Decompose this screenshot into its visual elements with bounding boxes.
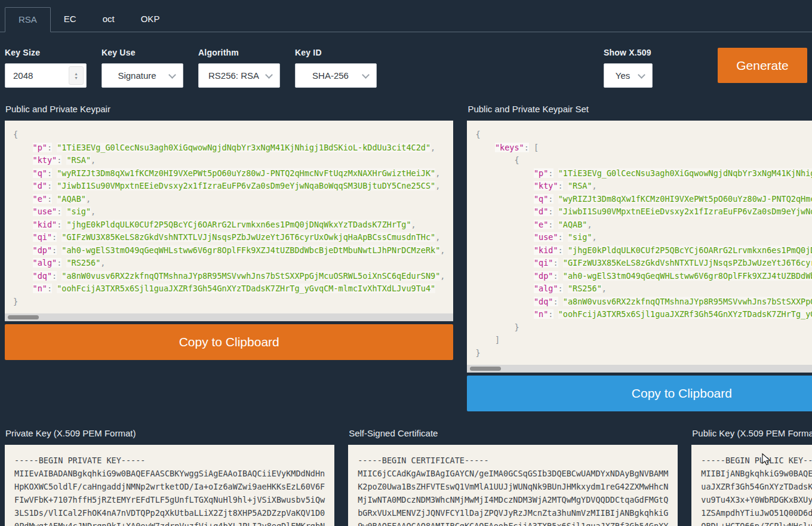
scrollbar-thumb[interactable]	[8, 315, 39, 319]
certificate-text: -----BEGIN CERTIFICATE----- MIIC6jCCAdKg…	[348, 445, 678, 526]
algorithm-label: Algorithm	[198, 48, 280, 57]
keypair-code-panel[interactable]: { "p": "1TiE3EVg_G0lCecNsu3agh0XiGqwowNg…	[5, 121, 453, 321]
private-pem-column: Private Key (X.509 PEM Format) -----BEGI…	[5, 428, 334, 526]
generate-button[interactable]: Generate	[718, 48, 807, 83]
pem-panels-row: Private Key (X.509 PEM Format) -----BEGI…	[0, 428, 812, 526]
certificate-panel[interactable]: -----BEGIN CERTIFICATE----- MIIC6jCCAdKg…	[348, 445, 678, 526]
key-id-label: Key ID	[295, 48, 377, 57]
scrollbar-thumb[interactable]	[470, 367, 501, 371]
key-size-field-group: Key Size 2048 ▴▾	[5, 48, 87, 88]
algorithm-select[interactable]: RS256: RSA	[198, 63, 280, 88]
key-use-value: Signature	[118, 70, 156, 81]
chevron-down-icon	[638, 71, 645, 79]
key-use-field-group: Key Use Signature	[102, 48, 183, 88]
tab-ec[interactable]: EC	[51, 7, 90, 32]
key-id-select[interactable]: SHA-256	[295, 63, 377, 88]
key-size-input[interactable]: 2048 ▴▾	[5, 63, 87, 88]
key-id-value: SHA-256	[312, 70, 349, 81]
show-x509-label: Show X.509	[604, 48, 655, 57]
private-pem-text: -----BEGIN PRIVATE KEY----- MIIEvAIBADAN…	[5, 445, 334, 526]
key-size-stepper[interactable]: ▴▾	[69, 66, 84, 85]
keypair-column: Public and Private Keypair { "p": "1TiE3…	[5, 104, 453, 411]
keypair-set-code-panel[interactable]: { "keys": [ { "p": "1TiE3EVg_G0lCecNsu3a…	[467, 121, 812, 373]
keypair-set-json: { "keys": [ { "p": "1TiE3EVg_G0lCecNsu3a…	[467, 121, 812, 365]
show-x509-field-group: Show X.509 Yes	[604, 48, 655, 88]
show-x509-select[interactable]: Yes	[604, 63, 653, 88]
jwk-generator-page: { "tabs": [ { "label": "RSA", "active": …	[0, 0, 812, 526]
key-size-label: Key Size	[5, 48, 87, 57]
keypair-title: Public and Private Keypair	[5, 104, 453, 114]
private-pem-title: Private Key (X.509 PEM Format)	[5, 428, 334, 438]
key-size-value: 2048	[13, 70, 33, 81]
keypair-set-copy-button[interactable]: Copy to Clipboard	[467, 376, 812, 411]
chevron-down-icon	[362, 71, 370, 79]
algorithm-value: RS256: RSA	[208, 70, 259, 81]
private-pem-panel[interactable]: -----BEGIN PRIVATE KEY----- MIIEvAIBADAN…	[5, 445, 334, 526]
algorithm-field-group: Algorithm RS256: RSA	[198, 48, 280, 88]
public-pem-column: Public Key (X.509 PEM Format) -----BEGIN…	[691, 428, 812, 526]
key-use-label: Key Use	[102, 48, 183, 57]
show-x509-value: Yes	[616, 70, 630, 81]
key-id-field-group: Key ID SHA-256	[295, 48, 377, 88]
tab-rsa[interactable]: RSA	[5, 7, 51, 32]
tab-oct[interactable]: oct	[90, 7, 128, 32]
keypair-set-title: Public and Private Keypair Set	[467, 104, 812, 114]
keypair-set-hscrollbar[interactable]	[467, 365, 812, 373]
keypair-json: { "p": "1TiE3EVg_G0lCecNsu3agh0XiGqwowNg…	[5, 121, 453, 313]
certificate-column: Self-Signed Certificate -----BEGIN CERTI…	[348, 428, 678, 526]
key-use-select[interactable]: Signature	[102, 63, 183, 88]
keypair-copy-button[interactable]: Copy to Clipboard	[5, 324, 453, 360]
keypair-set-column: Public and Private Keypair Set { "keys":…	[467, 104, 812, 411]
chevron-down-icon	[265, 71, 273, 79]
jwk-panels-row: Public and Private Keypair { "p": "1TiE3…	[0, 104, 812, 411]
public-pem-panel[interactable]: -----BEGIN PUBLIC KEY----- MIIBIjANBgkqh…	[691, 445, 812, 526]
tab-okp[interactable]: OKP	[128, 7, 173, 32]
public-pem-title: Public Key (X.509 PEM Format)	[692, 428, 812, 438]
chevron-down-icon	[168, 71, 176, 79]
key-type-tabbar: RSA EC oct OKP	[0, 0, 812, 32]
public-pem-text: -----BEGIN PUBLIC KEY----- MIIBIjANBgkqh…	[691, 445, 812, 526]
generator-form: Key Size 2048 ▴▾ Key Use Signature Algor…	[0, 48, 812, 88]
certificate-title: Self-Signed Certificate	[349, 428, 678, 438]
keypair-hscrollbar[interactable]	[5, 313, 453, 321]
